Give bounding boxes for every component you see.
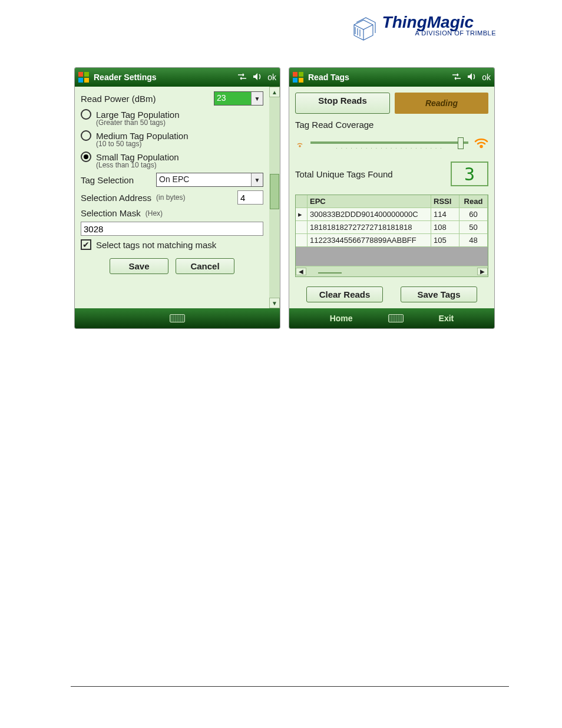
- read-tags-window: Read Tags ok Stop Reads Reading Tag Read…: [289, 67, 495, 329]
- horizontal-scrollbar[interactable]: ◀ ▶: [296, 266, 488, 276]
- radio-icon: [81, 151, 91, 162]
- svg-rect-3: [84, 78, 89, 83]
- scroll-left-icon[interactable]: ◀: [296, 268, 306, 275]
- home-button[interactable]: Home: [330, 314, 353, 323]
- col-rssi[interactable]: RSSI: [431, 195, 459, 208]
- col-epc[interactable]: EPC: [308, 195, 431, 208]
- bottom-bar: [75, 308, 280, 328]
- keyboard-icon[interactable]: [170, 314, 185, 322]
- table-row[interactable]: 112233445566778899AABBFF 105 48: [296, 234, 488, 247]
- coverage-label: Tag Read Coverage: [293, 117, 491, 130]
- stop-reads-button[interactable]: Stop Reads: [295, 93, 390, 114]
- slider-thumb[interactable]: [458, 137, 464, 149]
- save-tags-button[interactable]: Save Tags: [401, 286, 477, 302]
- col-read[interactable]: Read: [459, 195, 488, 208]
- table-header: EPC RSSI Read: [296, 195, 488, 208]
- logo-cube-icon: [349, 14, 379, 44]
- connectivity-icon[interactable]: [237, 71, 247, 84]
- selection-mask-label: Selection Mask: [81, 208, 141, 218]
- radio-icon: [81, 109, 91, 120]
- tags-table: EPC RSSI Read ▸ 300833B2DDD901400000000C…: [295, 195, 488, 277]
- logo-name: ThingMagic: [382, 14, 496, 31]
- svg-rect-7: [299, 78, 303, 83]
- volume-icon[interactable]: [252, 71, 263, 84]
- volume-icon[interactable]: [467, 71, 477, 84]
- chevron-down-icon[interactable]: ▼: [251, 173, 263, 186]
- connectivity-icon[interactable]: [451, 71, 462, 84]
- windows-logo-icon: [78, 72, 89, 83]
- scroll-thumb[interactable]: [318, 272, 342, 274]
- clear-reads-button[interactable]: Clear Reads: [306, 286, 383, 302]
- not-matching-checkbox-row[interactable]: ✔ Select tags not matching mask: [81, 239, 263, 250]
- svg-rect-0: [78, 72, 83, 77]
- cancel-button[interactable]: Cancel: [176, 258, 234, 274]
- selection-address-input[interactable]: [237, 190, 263, 205]
- radio-icon: [81, 130, 91, 141]
- wifi-strong-icon: [474, 137, 488, 152]
- total-tags-count: 3: [451, 162, 488, 186]
- svg-rect-1: [84, 72, 89, 77]
- read-power-dropdown[interactable]: 23 ▼: [214, 91, 263, 106]
- scroll-up-icon[interactable]: ▲: [269, 87, 280, 97]
- svg-rect-6: [293, 78, 297, 83]
- selection-address-label: Selection Address: [81, 193, 151, 203]
- tag-selection-label: Tag Selection: [81, 175, 151, 185]
- chevron-down-icon[interactable]: ▼: [251, 92, 263, 105]
- tag-selection-dropdown[interactable]: On EPC ▼: [156, 173, 263, 187]
- reader-settings-window: Reader Settings ok Read Power (dBm) 23 ▼: [74, 67, 280, 329]
- page-divider: [71, 686, 509, 687]
- save-button[interactable]: Save: [110, 258, 168, 274]
- table-row[interactable]: ▸ 300833B2DDD901400000000C 114 60: [296, 208, 488, 221]
- checkbox-icon: ✔: [81, 239, 91, 250]
- scroll-down-icon[interactable]: ▼: [269, 298, 280, 308]
- tag-selection-value: On EPC: [157, 173, 251, 186]
- read-power-label: Read Power (dBm): [81, 94, 156, 104]
- svg-rect-5: [299, 72, 303, 77]
- selection-mask-input[interactable]: [81, 222, 263, 236]
- logo-subtitle: A DIVISION OF TRIMBLE: [415, 29, 496, 37]
- reading-status: Reading: [395, 93, 488, 114]
- brand-logo: ThingMagic A DIVISION OF TRIMBLE: [349, 14, 496, 44]
- exit-button[interactable]: Exit: [439, 314, 454, 323]
- wifi-weak-icon: [295, 140, 305, 150]
- ok-button[interactable]: ok: [482, 73, 491, 82]
- vertical-scrollbar[interactable]: ▲ ▼: [269, 87, 280, 308]
- read-power-value: 23: [214, 92, 251, 105]
- window-title: Reader Settings: [94, 73, 157, 82]
- total-tags-label: Total Unique Tags Found: [295, 169, 393, 179]
- ok-button[interactable]: ok: [267, 73, 276, 82]
- windows-logo-icon: [293, 72, 303, 83]
- titlebar: Reader Settings ok: [75, 68, 280, 87]
- table-row[interactable]: 181818182727272718181818 108 50: [296, 221, 488, 234]
- svg-rect-2: [78, 78, 83, 83]
- bottom-bar: Home Exit: [289, 308, 494, 328]
- keyboard-icon[interactable]: [388, 314, 404, 322]
- scroll-thumb[interactable]: [270, 174, 279, 209]
- window-title: Read Tags: [308, 73, 349, 82]
- svg-rect-4: [293, 72, 297, 77]
- row-indicator-icon: ▸: [296, 208, 308, 221]
- coverage-slider[interactable]: · · · · · · · · · · · · · · · · · · · · …: [310, 137, 468, 151]
- titlebar: Read Tags ok: [289, 68, 494, 87]
- scroll-right-icon[interactable]: ▶: [477, 268, 488, 275]
